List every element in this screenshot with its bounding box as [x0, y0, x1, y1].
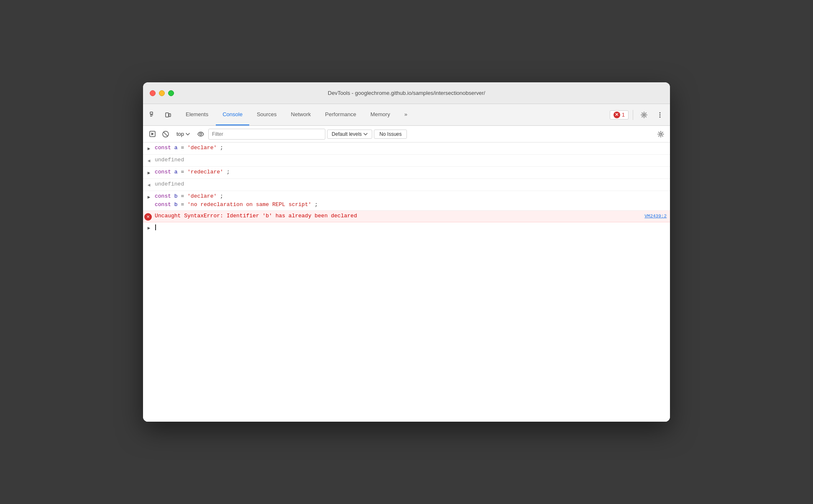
- line-content: undefined: [155, 180, 667, 188]
- svg-rect-0: [150, 112, 153, 114]
- tab-bar-left-icons: [146, 108, 175, 122]
- svg-line-12: [164, 132, 168, 136]
- expand-arrow[interactable]: ▶: [143, 168, 155, 177]
- maximize-button[interactable]: [168, 90, 174, 96]
- window-title: DevTools - googlechrome.github.io/sample…: [328, 90, 485, 96]
- line-content: undefined: [155, 156, 667, 164]
- expand-arrow[interactable]: ▶: [143, 192, 155, 201]
- console-line: ▶ const b = 'declare' ; const: [143, 191, 670, 211]
- run-script-button[interactable]: [146, 128, 158, 140]
- error-console-line: ✕ Uncaught SyntaxError: Identifier 'b' h…: [143, 211, 670, 222]
- error-badge-icon: ✕: [614, 112, 620, 118]
- cursor: [155, 224, 156, 230]
- svg-marker-10: [151, 132, 154, 135]
- console-line: ▶ const a = 'redeclare' ;: [143, 167, 670, 179]
- console-line: ◀ undefined: [143, 179, 670, 191]
- error-icon: ✕: [143, 212, 155, 221]
- svg-point-14: [660, 133, 662, 135]
- line-content: const b = 'declare' ; const b = ': [155, 192, 667, 209]
- tab-performance[interactable]: Performance: [318, 104, 363, 125]
- line-content: const a = 'redeclare' ;: [155, 168, 667, 176]
- error-message: Uncaught SyntaxError: Identifier 'b' has…: [155, 212, 638, 220]
- svg-point-6: [660, 112, 661, 113]
- context-selector[interactable]: top: [173, 130, 193, 138]
- tab-memory[interactable]: Memory: [364, 104, 397, 125]
- more-options-button[interactable]: [653, 108, 667, 122]
- device-toolbar-button[interactable]: [161, 108, 175, 122]
- console-output: ▶ const a = 'declare' ; ◀ undefined: [143, 143, 670, 422]
- output-arrow: ◀: [143, 156, 155, 165]
- console-prompt-line: ▶: [143, 222, 670, 232]
- output-arrow: ◀: [143, 180, 155, 189]
- error-source-link[interactable]: VM2439:2: [638, 212, 667, 220]
- svg-point-13: [200, 133, 202, 135]
- filter-input[interactable]: [208, 129, 325, 140]
- devtools-panel: Elements Console Sources Network Perform…: [143, 104, 670, 422]
- console-line: ▶ const a = 'declare' ;: [143, 143, 670, 155]
- svg-rect-4: [169, 114, 171, 117]
- eye-button[interactable]: [195, 128, 207, 140]
- dropdown-arrow-icon: [186, 133, 190, 135]
- divider: [633, 110, 633, 120]
- console-settings-button[interactable]: [655, 128, 667, 140]
- minimize-button[interactable]: [159, 90, 165, 96]
- svg-point-8: [660, 116, 661, 117]
- svg-point-5: [643, 114, 645, 116]
- clear-console-button[interactable]: [160, 128, 171, 140]
- title-bar: DevTools - googlechrome.github.io/sample…: [143, 82, 670, 104]
- no-issues-button[interactable]: No Issues: [374, 130, 407, 139]
- levels-dropdown[interactable]: Default levels: [327, 130, 372, 139]
- traffic-lights: [150, 90, 174, 96]
- tab-console[interactable]: Console: [216, 104, 249, 125]
- expand-arrow[interactable]: ▶: [143, 144, 155, 153]
- error-badge[interactable]: ✕ 1: [610, 110, 629, 120]
- svg-rect-3: [166, 113, 169, 117]
- console-toolbar: top Default levels No Issues: [143, 126, 670, 143]
- devtools-window: DevTools - googlechrome.github.io/sample…: [143, 82, 670, 422]
- tab-bar-right: ✕ 1: [610, 108, 667, 122]
- settings-button[interactable]: [637, 108, 651, 122]
- line-content: const a = 'declare' ;: [155, 144, 667, 152]
- close-button[interactable]: [150, 90, 156, 96]
- tab-sources[interactable]: Sources: [250, 104, 284, 125]
- svg-point-7: [660, 114, 661, 115]
- console-line: ◀ undefined: [143, 155, 670, 167]
- error-circle-icon: ✕: [144, 213, 152, 221]
- more-tabs-button[interactable]: »: [398, 104, 414, 125]
- levels-dropdown-arrow-icon: [363, 133, 368, 135]
- tab-network[interactable]: Network: [284, 104, 318, 125]
- tab-bar: Elements Console Sources Network Perform…: [143, 104, 670, 126]
- inspect-element-button[interactable]: [146, 108, 160, 122]
- tab-elements[interactable]: Elements: [179, 104, 215, 125]
- prompt-arrow: ▶: [143, 224, 155, 231]
